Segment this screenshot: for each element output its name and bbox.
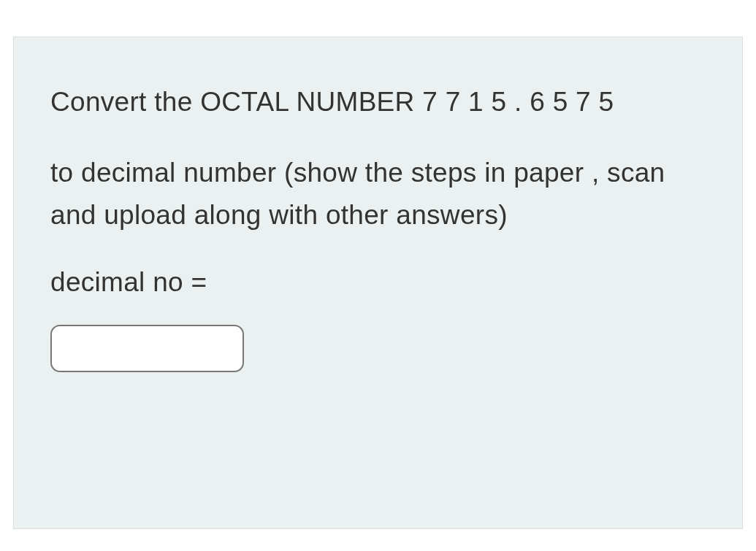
decimal-answer-input[interactable] — [50, 325, 244, 372]
question-container: Convert the OCTAL NUMBER 7 7 1 5 . 6 5 7… — [13, 36, 743, 529]
answer-label: decimal no = — [50, 261, 706, 303]
question-line-1: Convert the OCTAL NUMBER 7 7 1 5 . 6 5 7… — [50, 81, 706, 123]
question-line-2: to decimal number (show the steps in pap… — [50, 152, 706, 236]
